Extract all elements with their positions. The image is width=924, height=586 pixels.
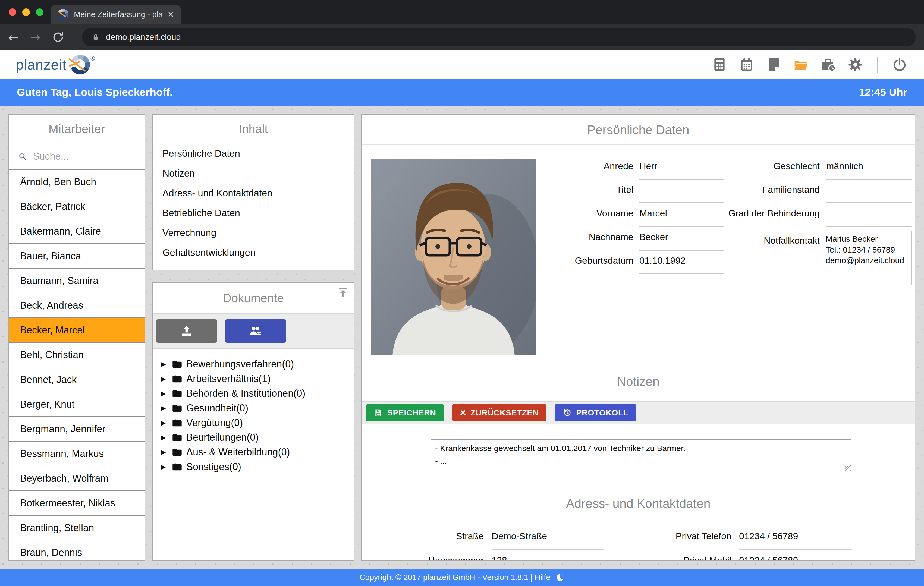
expand-arrow-icon[interactable]: ▶ xyxy=(161,404,168,412)
expand-arrow-icon[interactable]: ▶ xyxy=(161,434,168,441)
settings-gear-icon[interactable] xyxy=(848,57,863,72)
notfallkontakt-textarea[interactable]: Marius Becker Tel.: 01234 / 56789 demo@p… xyxy=(822,231,911,285)
calculator-icon[interactable] xyxy=(712,57,727,72)
expand-arrow-icon[interactable]: ▶ xyxy=(161,375,168,383)
workspace: Mitarbeiter Ärnold, Ben Buch Bäcker, Pat… xyxy=(0,106,924,569)
greeting-bar: Guten Tag, Louis Spieckerhoff. 12:45 Uhr xyxy=(0,79,924,106)
protocol-button[interactable]: PROTOKOLL xyxy=(555,404,636,421)
documents-folder-icon[interactable] xyxy=(794,57,808,72)
folder-row-beurteilungen[interactable]: ▶ Beurteilungen(0) xyxy=(161,430,354,445)
calendar-icon[interactable] xyxy=(739,57,754,72)
search-icon xyxy=(18,151,27,162)
reload-icon[interactable] xyxy=(52,31,64,43)
browser-tab[interactable]: Meine Zeiterfassung - planzeit × xyxy=(51,5,181,24)
folder-row-bewerbungsverfahren[interactable]: ▶ Bewerbungsverfahren(0) xyxy=(161,357,354,371)
employee-row[interactable]: Beck, Andreas xyxy=(9,293,145,318)
folder-row-arbeitsverhaeltnis[interactable]: ▶ Arbeitsverhältnis(1) xyxy=(161,371,354,386)
worktime-clock-icon[interactable] xyxy=(820,57,836,72)
footer-bar: Copyright © 2017 planzeit GmbH - Version… xyxy=(0,569,924,586)
history-icon xyxy=(563,408,572,418)
employee-row[interactable]: Berger, Knut xyxy=(9,392,145,417)
folder-row-behoerden[interactable]: ▶ Behörden & Institutionen(0) xyxy=(161,386,354,401)
upload-button[interactable] xyxy=(156,319,217,343)
vorname-label: Vorname xyxy=(481,208,634,219)
nachname-label: Nachname xyxy=(481,232,634,242)
nav-item-verrechnung[interactable]: Verrechnung xyxy=(153,223,354,243)
employee-row[interactable]: Brantling, Stellan xyxy=(9,516,145,540)
logout-power-icon[interactable] xyxy=(892,57,907,72)
notfallkontakt-label: Notfallkontakt xyxy=(657,235,820,246)
behinderung-label: Grad der Behinderung xyxy=(657,208,820,219)
nav-item-persoenliche-daten[interactable]: Persönliche Daten xyxy=(153,144,354,163)
folder-icon xyxy=(172,418,183,428)
anrede-label: Anrede xyxy=(481,161,634,171)
notes-icon[interactable] xyxy=(766,57,781,72)
forward-icon[interactable]: → xyxy=(30,30,41,45)
folder-icon xyxy=(172,373,183,384)
planzeit-favicon-icon xyxy=(58,9,68,20)
employee-row[interactable]: Bessmann, Markus xyxy=(9,442,145,466)
address-bar[interactable]: demo.planzeit.cloud xyxy=(82,28,916,46)
titel-label: Titel xyxy=(481,184,634,195)
reset-button[interactable]: × ZURÜCKSETZEN xyxy=(452,404,546,421)
folder-row-verguetung[interactable]: ▶ Vergütung(0) xyxy=(161,416,354,430)
save-button[interactable]: SPEICHERN xyxy=(366,404,444,421)
expand-arrow-icon[interactable]: ▶ xyxy=(161,419,168,427)
expand-arrow-icon[interactable]: ▶ xyxy=(161,360,168,368)
employee-row[interactable]: Behl, Christian xyxy=(9,343,145,367)
folder-row-weiterbildung[interactable]: ▶ Aus- & Weiterbildung(0) xyxy=(161,445,354,459)
employee-row[interactable]: Braun, Dennis xyxy=(9,540,145,561)
employee-search[interactable] xyxy=(9,144,145,170)
collapse-panel-icon[interactable] xyxy=(337,287,349,299)
folder-icon xyxy=(172,359,183,370)
employee-row[interactable]: Bergmann, Jennifer xyxy=(9,417,145,442)
personal-data-title: Persönliche Daten xyxy=(362,115,915,145)
content-nav-title: Inhalt xyxy=(153,115,354,144)
employee-row[interactable]: Bennet, Jack xyxy=(9,367,145,392)
lock-icon xyxy=(91,33,100,41)
employee-row[interactable]: Ärnold, Ben Buch xyxy=(9,170,145,195)
notes-title: Notizen xyxy=(362,374,915,389)
tab-close-icon[interactable]: × xyxy=(168,9,174,20)
geburtsdatum-label: Geburtsdatum xyxy=(481,255,634,266)
folder-icon xyxy=(172,461,183,472)
notes-textarea[interactable]: - Krankenkasse gewechselt am 01.01.2017 … xyxy=(431,439,851,471)
nav-item-notizen[interactable]: Notizen xyxy=(153,163,354,183)
employee-row[interactable]: Botkermeester, Niklas xyxy=(9,491,145,516)
logo-wordmark: planzeit xyxy=(16,56,66,73)
search-input[interactable] xyxy=(33,151,135,162)
users-gear-icon xyxy=(249,324,262,338)
logo-clock-icon xyxy=(70,55,90,74)
employee-row-selected[interactable]: Becker, Marcel xyxy=(9,318,145,343)
window-minimize-button[interactable] xyxy=(22,8,30,16)
window-zoom-button[interactable] xyxy=(36,8,43,16)
help-link[interactable]: Hilfe xyxy=(535,573,550,582)
detail-panel: Persönliche Daten xyxy=(361,114,915,561)
employee-row[interactable]: Beyerbach, Wolfram xyxy=(9,466,145,491)
save-icon xyxy=(374,408,383,418)
back-icon[interactable]: ← xyxy=(8,30,19,45)
documents-panel: Dokumente xyxy=(152,282,355,561)
registered-mark: ® xyxy=(91,55,95,62)
content-nav-panel: Inhalt Persönliche Daten Notizen Adress-… xyxy=(152,114,355,270)
folder-row-gesundheit[interactable]: ▶ Gesundheit(0) xyxy=(161,401,354,416)
manage-access-button[interactable] xyxy=(225,319,286,343)
employee-row[interactable]: Bäcker, Patrick xyxy=(9,195,145,219)
dark-mode-moon-icon[interactable] xyxy=(555,573,564,582)
nav-item-adress-kontaktdaten[interactable]: Adress- und Kontaktdaten xyxy=(153,183,354,203)
textarea-resize-grip[interactable] xyxy=(845,465,851,471)
folder-row-sonstiges[interactable]: ▶ Sonstiges(0) xyxy=(161,459,354,474)
greeting-text: Guten Tag, Louis Spieckerhoff. xyxy=(17,86,173,98)
employees-title: Mitarbeiter xyxy=(9,115,145,144)
window-controls[interactable] xyxy=(9,8,43,16)
expand-arrow-icon[interactable]: ▶ xyxy=(161,463,168,470)
expand-arrow-icon[interactable]: ▶ xyxy=(161,390,168,397)
employee-row[interactable]: Baumann, Samira xyxy=(9,269,145,293)
nav-item-betriebliche-daten[interactable]: Betriebliche Daten xyxy=(153,203,354,223)
employee-row[interactable]: Bakermann, Claire xyxy=(9,219,145,244)
employee-row[interactable]: Bauer, Bianca xyxy=(9,244,145,269)
nav-item-gehaltsentwicklungen[interactable]: Gehaltsentwicklungen xyxy=(153,243,354,262)
expand-arrow-icon[interactable]: ▶ xyxy=(161,448,168,456)
notes-action-bar: SPEICHERN × ZURÜCKSETZEN PROTOKOLL xyxy=(362,401,915,424)
window-close-button[interactable] xyxy=(9,8,16,16)
